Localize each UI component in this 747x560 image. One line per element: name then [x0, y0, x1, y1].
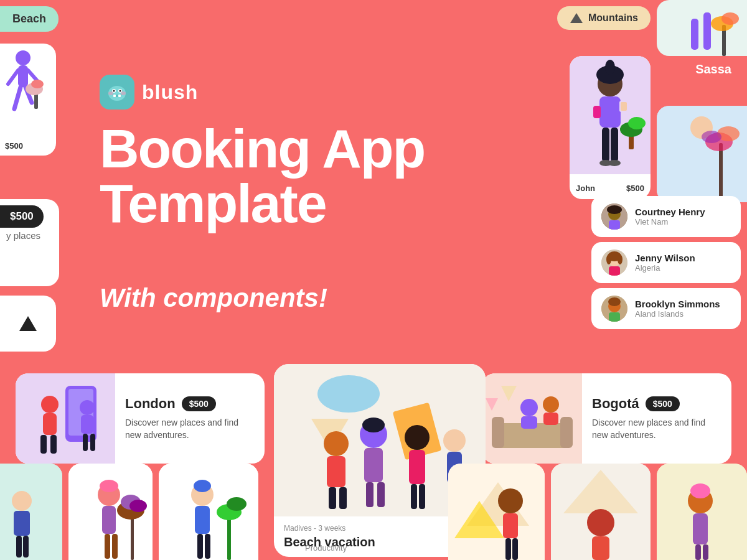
brooklyn-avatar: [601, 296, 627, 322]
mountains-chip-label: Mountains: [588, 12, 638, 24]
svg-rect-124: [205, 534, 210, 559]
bogota-figure-icon: [482, 373, 582, 464]
logo-icon: [100, 75, 134, 110]
person-card-courtney[interactable]: Courtney Henry Viet Nam: [591, 196, 741, 237]
svg-rect-95: [377, 482, 385, 507]
heading-line2: Template: [100, 176, 425, 231]
john-figure-icon: [570, 56, 651, 174]
person-card-jenny[interactable]: Jenny Wilson Algeria: [591, 242, 741, 283]
svg-rect-61: [609, 312, 620, 322]
svg-rect-104: [0, 464, 62, 560]
svg-rect-89: [329, 487, 336, 509]
svg-rect-51: [609, 220, 620, 230]
price-pill-left: $500: [0, 205, 44, 228]
small-card-2-icon: [68, 464, 153, 560]
svg-point-0: [16, 50, 31, 65]
beach-chip-label: Beach: [12, 12, 46, 26]
svg-rect-88: [327, 456, 345, 487]
beach-vacation-subtitle: Madives - 3 weeks: [284, 524, 476, 533]
places-text: y places: [6, 230, 40, 241]
left-mountains-card: [0, 296, 56, 352]
person-list: Courtney Henry Viet Nam Jenny Wilson Alg…: [591, 196, 747, 329]
svg-point-17: [108, 91, 113, 95]
courtney-avatar: [601, 203, 627, 230]
svg-point-55: [606, 254, 611, 264]
svg-rect-113: [105, 534, 110, 559]
svg-rect-78: [521, 416, 537, 429]
john-name: John: [576, 184, 595, 193]
svg-point-105: [12, 491, 32, 511]
svg-point-35: [608, 160, 621, 166]
svg-point-111: [100, 480, 118, 492]
bogota-price-badge: $500: [646, 396, 680, 411]
jenny-country: Algeria: [635, 263, 695, 273]
svg-point-25: [721, 12, 739, 25]
svg-rect-142: [693, 513, 708, 544]
bogota-card[interactable]: Bogotá $500 Discover new places and find…: [482, 373, 731, 464]
svg-rect-1: [18, 65, 28, 87]
svg-rect-37: [621, 102, 627, 111]
small-card-6: [657, 464, 747, 560]
svg-rect-98: [411, 484, 417, 509]
small-card-1-icon: [0, 464, 62, 560]
right-partial-card: [657, 0, 747, 56]
svg-rect-68: [50, 435, 57, 454]
svg-point-79: [543, 396, 559, 413]
svg-rect-43: [719, 143, 723, 202]
walking-person-icon: [3, 47, 44, 121]
svg-point-14: [120, 90, 121, 92]
svg-rect-144: [703, 544, 708, 560]
svg-point-131: [498, 488, 523, 513]
svg-rect-94: [366, 482, 374, 507]
svg-rect-112: [102, 506, 116, 534]
svg-rect-122: [195, 506, 210, 534]
svg-marker-19: [19, 316, 37, 331]
small-card-4-icon: [448, 464, 545, 560]
svg-point-100: [443, 429, 466, 452]
svg-rect-106: [14, 511, 30, 536]
svg-line-4: [8, 70, 18, 84]
svg-point-13: [113, 90, 115, 92]
svg-point-40: [628, 117, 646, 129]
london-card-content: London $500 Discover new places and find…: [115, 386, 265, 451]
svg-point-87: [324, 431, 349, 456]
london-city-name: London: [125, 396, 176, 412]
small-card-3-icon: [159, 464, 258, 560]
svg-point-46: [702, 131, 721, 143]
svg-point-65: [41, 396, 59, 413]
svg-rect-15: [113, 95, 116, 97]
productivity-label: Productivity: [305, 543, 347, 553]
svg-point-96: [405, 425, 430, 450]
left-top-card: $500: [0, 44, 56, 156]
john-card: John $500: [570, 56, 651, 199]
svg-point-77: [520, 399, 538, 416]
bogota-description: Discover new places and find new adventu…: [592, 417, 721, 441]
beach-chip[interactable]: Beach: [0, 6, 59, 32]
svg-rect-50: [609, 208, 620, 211]
bogota-card-content: Bogotá $500 Discover new places and find…: [582, 386, 731, 451]
london-card-image: [16, 373, 115, 464]
svg-rect-31: [593, 106, 601, 118]
blush-logo-svg: [105, 80, 129, 105]
plant-partial-icon: [657, 0, 747, 56]
courtney-info: Courtney Henry Viet Nam: [635, 207, 705, 226]
svg-rect-16: [118, 95, 121, 97]
london-title-row: London $500: [125, 396, 255, 412]
svg-point-60: [608, 297, 621, 306]
london-card[interactable]: London $500 Discover new places and find…: [16, 373, 265, 464]
svg-point-56: [618, 254, 622, 264]
courtney-avatar-svg: [601, 203, 627, 230]
main-heading: Booking App Template: [100, 121, 425, 231]
svg-line-5: [28, 70, 37, 81]
left-card-price: $500: [5, 141, 23, 151]
svg-rect-133: [505, 538, 511, 560]
svg-rect-93: [364, 448, 383, 482]
logo-text: blush: [142, 81, 198, 104]
svg-point-137: [587, 509, 614, 536]
brooklyn-name: Brooklyn Simmons: [635, 299, 720, 309]
jenny-avatar-svg: [601, 250, 627, 276]
mountains-chip[interactable]: Mountains: [557, 6, 651, 30]
brooklyn-avatar-svg: [601, 296, 627, 322]
person-card-brooklyn[interactable]: Brooklyn Simmons Aland Islands: [591, 288, 741, 329]
svg-point-127: [227, 497, 247, 511]
